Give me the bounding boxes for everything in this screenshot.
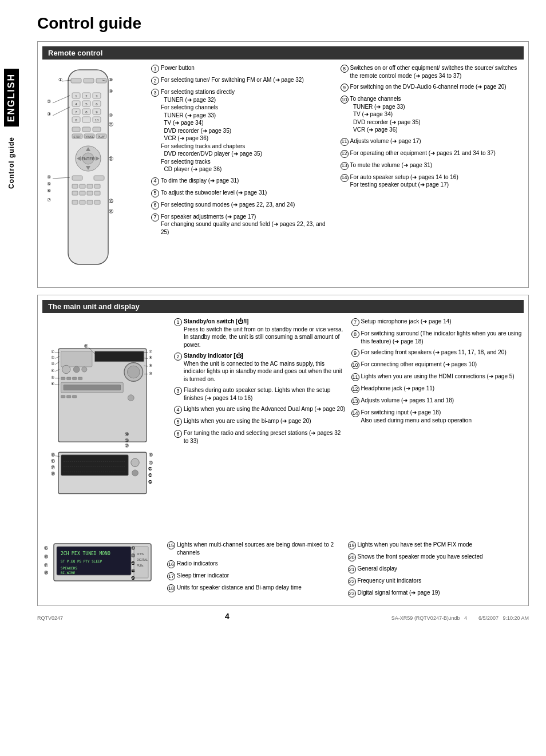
remote-item-2-text: For selecting tuner/ For switching FM or… <box>161 76 335 84</box>
svg-text:㉒: ㉒ <box>131 569 135 573</box>
svg-rect-52 <box>94 191 100 195</box>
svg-rect-49 <box>72 191 78 195</box>
remote-item-10-text: To change channels TUNER (➜ page 33) TV … <box>350 95 524 134</box>
svg-text:㉑: ㉑ <box>148 466 152 472</box>
main-item-4-number: 4 <box>174 406 182 414</box>
svg-point-79 <box>62 365 70 373</box>
svg-rect-48 <box>94 184 100 188</box>
svg-text:⑱: ⑱ <box>44 571 48 575</box>
main-item-6-number: 6 <box>174 430 182 438</box>
main-item-14-number: 14 <box>351 409 359 417</box>
svg-rect-86 <box>73 377 77 380</box>
remote-item-8: 8 Switches on or off other equipment/ sw… <box>341 64 524 80</box>
remote-item-11: 11 Adjusts volume (➜ page 17) <box>341 137 524 146</box>
svg-text:②: ② <box>47 99 51 104</box>
remote-item-6-number: 6 <box>151 201 159 209</box>
remote-item-12-text: For operating other equipment (➜ pages 2… <box>350 149 524 157</box>
remote-item-1-text: Power button <box>161 64 335 72</box>
svg-point-83 <box>127 366 140 378</box>
svg-point-93 <box>128 395 134 401</box>
remote-item-7-text: For speaker adjustments (➜ page 17)For c… <box>161 213 335 236</box>
remote-item-9-number: 9 <box>341 84 349 92</box>
remote-item-1-number: 1 <box>151 65 159 73</box>
svg-rect-29 <box>93 127 101 132</box>
main-item-14: 14 For switching input (➜ page 18)Also u… <box>351 409 524 424</box>
main-item-1-number: 1 <box>174 318 182 326</box>
svg-text:⑰: ⑰ <box>51 465 55 470</box>
main-item-10: 10 For connecting other equipment (➜ pag… <box>351 361 524 369</box>
svg-text:⑧: ⑧ <box>149 355 152 360</box>
display-image-area: 2CH MIX TUNED MONO ST P.EQ PS PTY SLEEP … <box>42 541 163 601</box>
main-item-12: 12 Headphone jack (➜ page 11) <box>351 385 524 393</box>
display-item-20-number: 20 <box>348 553 356 561</box>
display-item-23-number: 23 <box>348 589 356 597</box>
page-number: 4 <box>225 612 230 621</box>
svg-rect-53 <box>72 200 78 204</box>
remote-item-11-text: Adjusts volume (➜ page 17) <box>350 137 524 145</box>
svg-point-81 <box>82 367 87 372</box>
side-label-container: ENGLISH Control guide <box>0 69 23 527</box>
display-item-21: 21 General display <box>348 565 524 573</box>
svg-text:⑳: ⑳ <box>131 553 135 557</box>
svg-rect-87 <box>78 377 82 380</box>
display-item-23: 23 Digital signal format (➜ page 19) <box>348 589 524 597</box>
svg-text:⑯: ⑯ <box>51 458 55 464</box>
svg-text:SPEAKERS: SPEAKERS <box>61 566 77 570</box>
display-desc-col2: 19 Lights when you have set the PCM FIX … <box>348 541 524 601</box>
display-item-17-number: 17 <box>167 572 175 580</box>
main-unit-image-area: ① ② ③ ④ ⑤ ⑥ ⑦ ⑧ ⑨ <box>42 318 168 536</box>
svg-text:㉓: ㉓ <box>148 480 152 485</box>
remote-section-header: Remote control <box>42 46 524 60</box>
svg-text:⑪: ⑪ <box>84 343 88 349</box>
svg-text:⑨: ⑨ <box>149 363 152 368</box>
svg-rect-2 <box>84 78 94 83</box>
remote-item-13-text: To mute the volume (➜ page 31) <box>350 161 524 169</box>
display-item-18-text: Units for speaker distance and Bi-amp de… <box>177 584 343 592</box>
display-item-15-text: Lights when multi-channel sources are be… <box>177 541 343 556</box>
svg-rect-78 <box>94 351 144 362</box>
svg-text:DIGITAL: DIGITAL <box>137 558 148 561</box>
remote-item-2: 2 For selecting tuner/ For switching FM … <box>151 76 335 85</box>
main-item-4: 4 Lights when you are using the Advanced… <box>174 405 347 414</box>
svg-text:2CH MIX  TUNED  MONO: 2CH MIX TUNED MONO <box>61 551 110 556</box>
svg-rect-95 <box>61 455 129 476</box>
footer-left: RQTV0247 <box>37 615 63 621</box>
main-item-8-text: For switching surround (The indicator li… <box>361 330 524 345</box>
main-unit-desc-area: 1 Standby/on switch [⏻/I]Press to switch… <box>174 318 524 536</box>
svg-text:⑫: ⑫ <box>109 156 113 161</box>
control-guide-label: Control guide <box>5 132 18 193</box>
page-footer: RQTV0247 4 SA-XR59 (RQTV0247-B).indb 4 6… <box>37 612 529 621</box>
main-item-11: 11 Lights when you are using the HDMI co… <box>351 373 524 381</box>
svg-rect-77 <box>61 351 92 367</box>
svg-rect-45 <box>72 184 78 188</box>
svg-text:⑯: ⑯ <box>44 555 48 559</box>
main-item-10-text: For connecting other equipment (➜ pages … <box>361 361 524 369</box>
main-item-10-number: 10 <box>351 361 359 369</box>
svg-text:⑲: ⑲ <box>131 546 135 550</box>
svg-text:⑭: ⑭ <box>125 432 129 437</box>
display-item-23-text: Digital signal format (➜ page 19) <box>358 589 524 597</box>
main-item-13-number: 13 <box>351 397 359 405</box>
svg-rect-50 <box>80 191 85 195</box>
main-item-9-text: For selecting front speakers (➜ pages 11… <box>361 349 524 357</box>
display-image-svg: 2CH MIX TUNED MONO ST P.EQ PS PTY SLEEP … <box>42 541 163 587</box>
main-unit-section: The main unit and display <box>37 295 529 606</box>
main-item-11-number: 11 <box>351 373 359 381</box>
display-desc-col1: 15 Lights when multi-channel sources are… <box>167 541 343 601</box>
svg-text:③: ③ <box>51 361 54 366</box>
main-item-7-number: 7 <box>351 318 359 326</box>
svg-text:PLIIx: PLIIx <box>137 564 144 567</box>
svg-text:⑧: ⑧ <box>109 77 113 82</box>
display-item-17-text: Sleep timer indicator <box>177 572 343 580</box>
display-item-19-number: 19 <box>348 541 356 549</box>
svg-text:①: ① <box>58 77 62 82</box>
display-item-19: 19 Lights when you have set the PCM FIX … <box>348 541 524 549</box>
main-item-4-text: Lights when you are using the Advanced D… <box>184 405 347 413</box>
display-item-19-text: Lights when you have set the PCM FIX mod… <box>358 541 524 549</box>
remote-item-3: 3 For selecting stations directly TUNER … <box>151 88 335 173</box>
display-item-22-number: 22 <box>348 577 356 585</box>
svg-rect-91 <box>67 395 71 398</box>
display-item-16-text: Radio indicators <box>177 560 343 568</box>
main-item-8-number: 8 <box>351 330 359 338</box>
remote-item-4-number: 4 <box>151 177 159 185</box>
